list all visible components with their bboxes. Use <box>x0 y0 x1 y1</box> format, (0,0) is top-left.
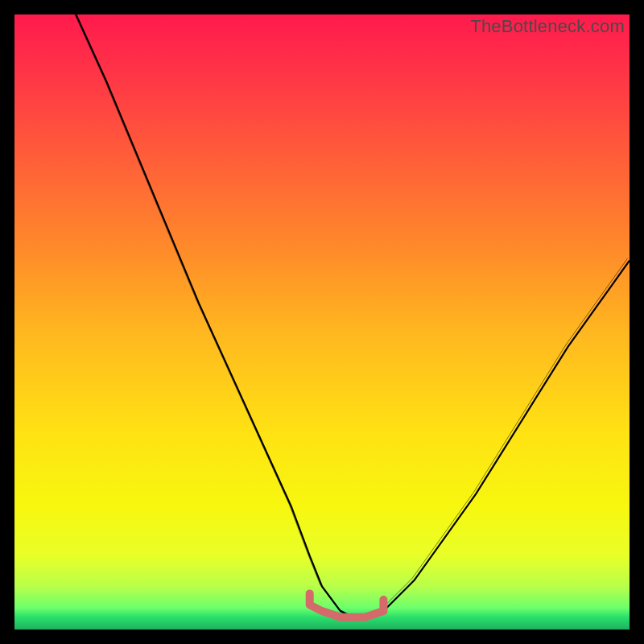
chart-frame: TheBottleneck.com <box>0 0 644 644</box>
tolerance-band <box>310 593 384 617</box>
curve-layer <box>14 14 630 630</box>
bottleneck-curve <box>76 14 630 617</box>
bottleneck-curve-shadow <box>74 14 628 615</box>
plot-area: TheBottleneck.com <box>14 14 630 630</box>
